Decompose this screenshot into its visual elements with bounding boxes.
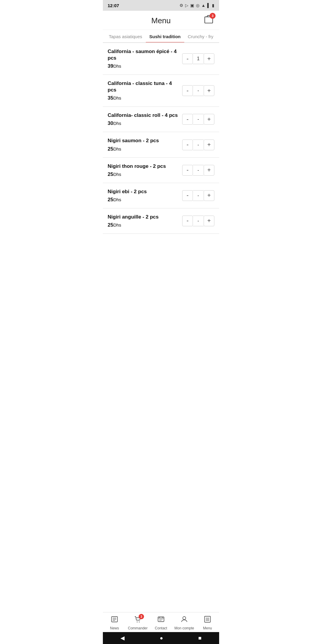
qty-control: - - + xyxy=(182,190,214,201)
wifi-icon: ▲ xyxy=(201,3,205,8)
item-name: Nigiri anguille - 2 pcs xyxy=(108,214,179,220)
qty-minus-button[interactable]: - xyxy=(182,85,193,96)
item-price: 30Dhs xyxy=(108,120,179,126)
qty-control: - - + xyxy=(182,85,214,96)
menu-item: California - saumon épicé - 4 pcs 39Dhs … xyxy=(103,43,219,75)
qty-plus-button[interactable]: + xyxy=(204,165,214,176)
qty-plus-button[interactable]: + xyxy=(204,190,214,201)
tab-sushi[interactable]: Sushi tradition xyxy=(146,30,184,43)
item-price: 25Dhs xyxy=(108,146,179,152)
menu-item: Nigiri thon rouge - 2 pcs 25Dhs - - + xyxy=(103,158,219,183)
item-name: Nigiri ebi - 2 pcs xyxy=(108,188,179,195)
tab-tapas[interactable]: Tapas asiatiques xyxy=(105,30,146,43)
status-icons: ⚙ ▷ ▣ ◎ ▲ ▌ ▮ xyxy=(179,3,214,8)
signal-icon: ▌ xyxy=(207,3,210,8)
battery-icon: ▮ xyxy=(212,3,214,8)
page-title: Menu xyxy=(151,16,171,25)
qty-minus-button[interactable]: - xyxy=(182,114,193,125)
qty-minus-button[interactable]: - xyxy=(182,165,193,176)
sync-icon: ◎ xyxy=(196,3,199,8)
item-price: 35Dhs xyxy=(108,95,179,101)
status-bar: 12:07 ⚙ ▷ ▣ ◎ ▲ ▌ ▮ xyxy=(103,0,219,11)
header: Menu 3 xyxy=(103,11,219,30)
menu-item: California - classic tuna - 4 pcs 35Dhs … xyxy=(103,75,219,107)
cart-button[interactable]: 3 xyxy=(203,14,214,27)
qty-value: 1 xyxy=(193,53,204,64)
qty-control: - 1 + xyxy=(182,53,214,64)
item-price: 25Dhs xyxy=(108,197,179,203)
qty-control: - - + xyxy=(182,114,214,125)
cart-badge: 3 xyxy=(210,13,216,19)
qty-value: - xyxy=(193,85,204,96)
item-price: 25Dhs xyxy=(108,222,179,228)
category-tabs: Tapas asiatiques Sushi tradition Crunchy… xyxy=(103,30,219,43)
item-name: California - saumon épicé - 4 pcs xyxy=(108,48,179,61)
qty-value: - xyxy=(193,216,204,226)
menu-item-info: California - classic tuna - 4 pcs 35Dhs xyxy=(108,80,179,101)
menu-item-info: Nigiri saumon - 2 pcs 25Dhs xyxy=(108,137,179,152)
qty-control: - - + xyxy=(182,140,214,150)
qty-minus-button[interactable]: - xyxy=(182,190,193,201)
item-price: 25Dhs xyxy=(108,171,179,177)
tab-nos[interactable]: Nos xyxy=(217,30,219,43)
play-icon: ▷ xyxy=(185,3,188,8)
qty-plus-button[interactable]: + xyxy=(204,140,214,150)
menu-item-info: California - saumon épicé - 4 pcs 39Dhs xyxy=(108,48,179,69)
menu-item-info: Nigiri ebi - 2 pcs 25Dhs xyxy=(108,188,179,203)
status-time: 12:07 xyxy=(108,3,119,8)
menu-item: California- classic roll - 4 pcs 30Dhs -… xyxy=(103,107,219,132)
qty-minus-button[interactable]: - xyxy=(182,53,193,64)
tab-crunchy[interactable]: Crunchy - fry xyxy=(184,30,217,43)
settings-icon: ⚙ xyxy=(179,3,183,8)
qty-value: - xyxy=(193,140,204,150)
item-name: California- classic roll - 4 pcs xyxy=(108,112,179,119)
qty-value: - xyxy=(193,114,204,125)
qty-plus-button[interactable]: + xyxy=(204,114,214,125)
menu-item: Nigiri anguille - 2 pcs 25Dhs - - + xyxy=(103,208,219,234)
qty-control: - - + xyxy=(182,216,214,226)
qty-plus-button[interactable]: + xyxy=(204,85,214,96)
menu-list: California - saumon épicé - 4 pcs 39Dhs … xyxy=(103,43,219,234)
qty-plus-button[interactable]: + xyxy=(204,216,214,226)
item-price: 39Dhs xyxy=(108,63,179,69)
menu-item: Nigiri ebi - 2 pcs 25Dhs - - + xyxy=(103,183,219,208)
qty-control: - - + xyxy=(182,165,214,176)
menu-item-info: Nigiri anguille - 2 pcs 25Dhs xyxy=(108,214,179,228)
menu-item-info: California- classic roll - 4 pcs 30Dhs xyxy=(108,112,179,126)
menu-item-info: Nigiri thon rouge - 2 pcs 25Dhs xyxy=(108,163,179,177)
qty-plus-button[interactable]: + xyxy=(204,53,214,64)
qty-value: - xyxy=(193,190,204,201)
item-name: Nigiri saumon - 2 pcs xyxy=(108,137,179,144)
qty-minus-button[interactable]: - xyxy=(182,140,193,150)
sim-icon: ▣ xyxy=(190,3,194,8)
qty-minus-button[interactable]: - xyxy=(182,216,193,226)
item-name: Nigiri thon rouge - 2 pcs xyxy=(108,163,179,170)
menu-item: Nigiri saumon - 2 pcs 25Dhs - - + xyxy=(103,132,219,157)
item-name: California - classic tuna - 4 pcs xyxy=(108,80,179,93)
qty-value: - xyxy=(193,165,204,176)
